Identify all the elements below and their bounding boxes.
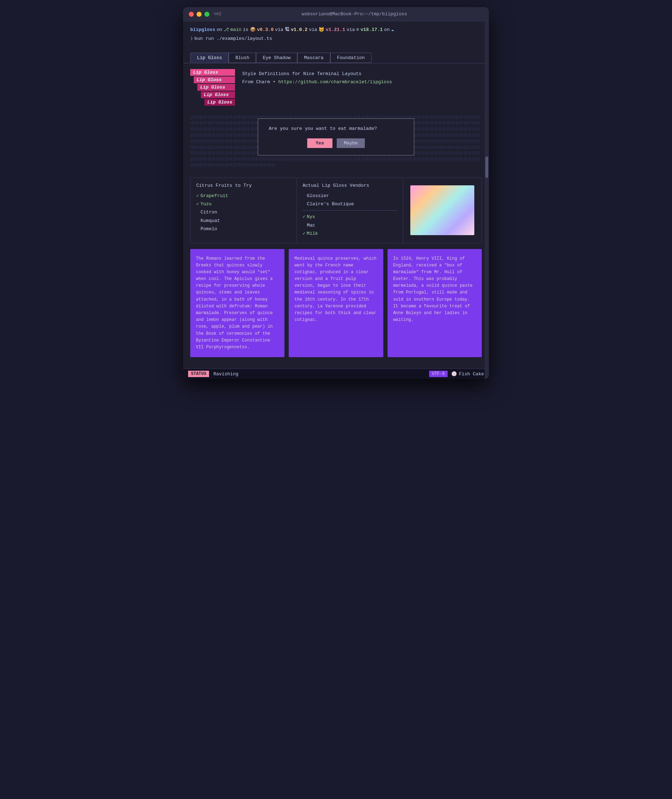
traffic-lights xyxy=(189,12,210,17)
command-line-2: ❯ bun run ./examples/layout.ts xyxy=(190,35,482,43)
status-text: Ravishing xyxy=(213,371,238,377)
tab-bar: Lip Gloss Blush Eye Shadow Mascara Found… xyxy=(190,53,482,63)
dialog-box: Are you sure you want to eat marmalade? … xyxy=(258,119,414,156)
check-icon: ✓ xyxy=(302,231,306,236)
fullscreen-button[interactable] xyxy=(205,12,210,17)
encoding-badge: UTF-8 xyxy=(429,371,448,377)
status-left: STATUS Ravishing xyxy=(188,371,238,377)
version3: v1.21.1 xyxy=(326,26,345,34)
on-text: on xyxy=(216,26,222,34)
style-title: Style Definitions for Nice Terminal Layo… xyxy=(242,71,482,77)
from-charm-label: From Charm xyxy=(242,79,270,85)
claires-label: Claire's Boutique xyxy=(307,201,354,207)
lipgloss-label-4: Lip Gloss xyxy=(201,91,235,98)
info-card-text-2: Medieval quince preserves, which went by… xyxy=(294,255,377,324)
info-card-3: In 1524, Henry VIII, King of England, re… xyxy=(387,249,482,358)
version4: v18.17.1 xyxy=(360,26,382,34)
mac-label: Mac xyxy=(307,223,315,228)
title-bar: ⌥⌘2 wobsoriano@MacBook-Pro:~/tmp/blipglo… xyxy=(183,7,489,21)
list-item-glossier: Glossier xyxy=(302,192,397,200)
lipgloss-label-5: Lip Gloss xyxy=(205,99,235,106)
citrus-fruits-column: Citrus Fruits to Try ✓Grapefruit ✓Yuzu C… xyxy=(190,178,297,243)
tab-mascara[interactable]: Mascara xyxy=(297,53,330,63)
dialog-buttons: Yes Maybe xyxy=(269,138,403,148)
branch-icon: ⎇ xyxy=(224,26,229,34)
blipgloss-label: blipgloss xyxy=(190,26,215,34)
vendors-column: Actual Lip Gloss Vendors Glossier Claire… xyxy=(297,178,403,243)
tab-eye-shadow[interactable]: Eye Shadow xyxy=(256,53,297,63)
citrus-fruits-title: Citrus Fruits to Try xyxy=(196,183,291,188)
cat-icon: 🐱 xyxy=(318,26,324,34)
lipgloss-label-3: Lip Gloss xyxy=(197,84,235,91)
tab-blush[interactable]: Blush xyxy=(229,53,256,63)
fish-cake-section: 🍥 Fish Cake xyxy=(451,371,484,377)
node-icon: 🏗 xyxy=(285,26,290,34)
tabs-container: Lip Gloss Blush Eye Shadow Mascara Found… xyxy=(183,49,489,63)
via2: via xyxy=(309,26,317,34)
cat-dialog-section: 猫咪猫咪猫咪猫咪猫咪猫咪猫咪猫咪猫咪猫咪猫咪猫咪猫咪猫咪猫咪猫咪猫咪猫咪猫咪猫咪… xyxy=(190,115,482,172)
status-badge: STATUS xyxy=(188,371,209,377)
check-icon: ✓ xyxy=(196,193,199,199)
list-item-citron: Citron xyxy=(196,208,291,216)
list-item-yuzu: ✓Yuzu xyxy=(196,200,291,208)
via3: via xyxy=(347,26,355,34)
lipgloss-label-stack: Lip Gloss Lip Gloss Lip Gloss Lip Gloss … xyxy=(190,69,235,106)
list-item-kumquat: Kumquat xyxy=(196,217,291,225)
info-card-text-1: The Romans learned from the Greeks that … xyxy=(196,255,279,351)
style-link-line: From Charm • https://github.com/charmbra… xyxy=(242,79,482,85)
scrollbar-thumb[interactable] xyxy=(485,157,488,178)
info-cards-section: The Romans learned from the Greeks that … xyxy=(190,249,482,358)
info-card-text-3: In 1524, Henry VIII, King of England, re… xyxy=(393,255,476,324)
on2-text: on xyxy=(384,26,390,34)
dialog-question: Are you sure you want to eat marmalade? xyxy=(269,126,403,131)
check-icon: ✓ xyxy=(302,214,306,220)
kumquat-label: Kumquat xyxy=(200,218,220,223)
separator: • xyxy=(273,79,278,85)
check-icon: ✓ xyxy=(196,201,199,207)
status-bar: STATUS Ravishing UTF-8 🍥 Fish Cake xyxy=(183,369,489,379)
gradient-inner xyxy=(403,178,482,243)
fish-cake-label: Fish Cake xyxy=(459,371,484,377)
window-shortcut: ⌥⌘2 xyxy=(214,11,221,17)
command-line-1: blipgloss on ⎇ main is 📦 v0.3.0 via 🏗 v1… xyxy=(190,26,482,34)
scrollbar[interactable] xyxy=(485,7,489,379)
pkg-icon: 📦 xyxy=(250,26,256,34)
version1: v0.3.0 xyxy=(257,26,274,34)
circle-icon: ⊙ xyxy=(356,26,359,34)
minimize-button[interactable] xyxy=(197,12,202,17)
list-item-claires: Claire's Boutique xyxy=(302,200,397,208)
tab-lip-gloss[interactable]: Lip Gloss xyxy=(190,53,229,63)
dialog-wrapper: Are you sure you want to eat marmalade? … xyxy=(190,115,482,159)
gradient-column xyxy=(403,178,482,243)
citron-label: Citron xyxy=(200,210,217,215)
version2: v1.0.2 xyxy=(291,26,307,34)
cloud-icon: ☁ xyxy=(391,26,394,34)
lipgloss-label-1: Lip Gloss xyxy=(190,69,235,76)
main-content: Lip Gloss Lip Gloss Lip Gloss Lip Gloss … xyxy=(183,63,489,369)
list-item-pomelo: Pomelo xyxy=(196,225,291,233)
list-item-milk: ✓Milk xyxy=(302,229,397,237)
list-item-grapefruit: ✓Grapefruit xyxy=(196,192,291,200)
vendors-title: Actual Lip Gloss Vendors xyxy=(302,183,397,188)
list-item-nyx: ✓Nyx xyxy=(302,213,397,221)
info-card-2: Medieval quince preserves, which went by… xyxy=(289,249,383,358)
via1: via xyxy=(275,26,283,34)
terminal-window: ⌥⌘2 wobsoriano@MacBook-Pro:~/tmp/blipglo… xyxy=(183,7,489,379)
run-prompt: ❯ xyxy=(190,35,193,43)
info-card-1: The Romans learned from the Greeks that … xyxy=(190,249,285,358)
is-text: is xyxy=(243,26,248,34)
terminal-area: blipgloss on ⎇ main is 📦 v0.3.0 via 🏗 v1… xyxy=(183,21,489,49)
tab-foundation[interactable]: Foundation xyxy=(330,53,371,63)
close-button[interactable] xyxy=(189,12,194,17)
charm-link[interactable]: https://github.com/charmbracelet/lipglos… xyxy=(278,79,392,85)
status-right: UTF-8 🍥 Fish Cake xyxy=(429,371,484,377)
maybe-button[interactable]: Maybe xyxy=(337,138,365,148)
branch-name: main xyxy=(230,26,242,34)
header-section: Lip Gloss Lip Gloss Lip Gloss Lip Gloss … xyxy=(190,69,482,109)
list-item-mac: Mac xyxy=(302,221,397,229)
pomelo-label: Pomelo xyxy=(200,226,217,232)
glossier-label: Glossier xyxy=(307,193,329,199)
gradient-display xyxy=(410,185,474,235)
fish-icon: 🍥 xyxy=(451,371,457,377)
yes-button[interactable]: Yes xyxy=(307,138,333,148)
